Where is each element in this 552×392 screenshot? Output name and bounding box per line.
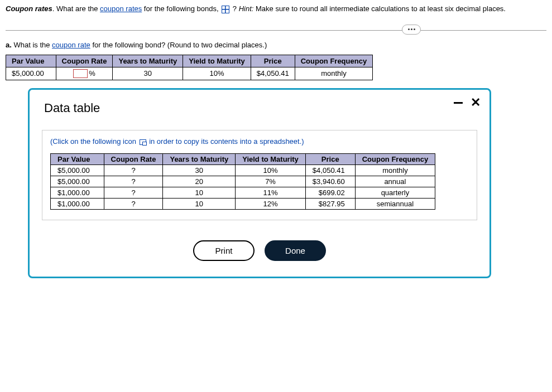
hint-label: Hint: — [239, 4, 254, 13]
dt-ytm: 11% — [236, 187, 306, 199]
dt-coupon: ? — [104, 176, 163, 187]
dt-th-par: Par Value — [51, 154, 104, 165]
dt-coupon: ? — [104, 199, 163, 210]
dt-years: 10 — [163, 187, 236, 199]
close-icon[interactable]: ✕ — [471, 96, 481, 109]
dt-years: 20 — [163, 176, 236, 187]
dt-par: $5,000.00 — [51, 165, 104, 176]
main-th-price: Price — [251, 55, 295, 67]
dt-years: 10 — [163, 199, 236, 210]
popup-title: Data table — [44, 101, 477, 115]
dt-price: $4,050.41 — [305, 165, 355, 176]
coupon-rate-input[interactable] — [73, 69, 88, 78]
table-row: $5,000.00 ? 20 7% $3,940.60 annual — [51, 176, 435, 187]
dt-th-price: Price — [305, 154, 355, 165]
intro-mid: for the following bonds, — [142, 4, 220, 13]
popup-instruction: (Click on the following icon in order to… — [50, 137, 469, 146]
main-th-coupon: Coupon Rate — [56, 55, 113, 67]
part-a-prompt: a. What is the coupon rate for the follo… — [6, 41, 546, 49]
table-row: $1,000.00 ? 10 11% $699.02 quarterly — [51, 187, 435, 199]
main-par: $5,000.00 — [6, 67, 56, 80]
popup-content: (Click on the following icon in order to… — [42, 130, 477, 220]
main-freq: monthly — [295, 67, 372, 80]
dt-coupon: ? — [104, 165, 163, 176]
hint-text: Make sure to round all intermediate calc… — [253, 4, 506, 13]
dt-years: 30 — [163, 165, 236, 176]
part-a-label: a. — [6, 41, 12, 49]
main-ytm: 10% — [183, 67, 251, 80]
part-a-prefix: What is the — [12, 41, 52, 49]
dt-ytm: 10% — [236, 165, 306, 176]
popup-instr-prefix: (Click on the following icon — [50, 137, 138, 146]
more-options-pill[interactable] — [402, 25, 421, 35]
dt-price: $3,940.60 — [305, 176, 355, 187]
coupon-rates-link[interactable]: coupon rates — [100, 4, 142, 13]
dt-freq: semiannual — [355, 199, 435, 210]
popup-instr-suffix: in order to copy its contents into a spr… — [147, 137, 304, 146]
main-th-ytm: Yield to Maturity — [183, 55, 251, 67]
dt-th-years: Years to Maturity — [163, 154, 236, 165]
coupon-rate-link[interactable]: coupon rate — [52, 41, 90, 49]
table-row: $1,000.00 ? 10 12% $827.95 semiannual — [51, 199, 435, 210]
main-coupon-cell: % — [56, 67, 113, 80]
table-row: $5,000.00 ? 30 10% $4,050.41 monthly — [51, 165, 435, 176]
dt-par: $5,000.00 — [51, 176, 104, 187]
data-table: Par Value Coupon Rate Years to Maturity … — [50, 153, 435, 210]
print-button[interactable]: Print — [193, 240, 255, 261]
intro-prefix: . What are the — [52, 4, 100, 13]
dt-freq: monthly — [355, 165, 435, 176]
dt-ytm: 7% — [236, 176, 306, 187]
question-intro: Coupon rates. What are the coupon rates … — [6, 4, 546, 13]
main-th-years: Years to Maturity — [113, 55, 183, 67]
done-button[interactable]: Done — [265, 240, 326, 261]
coupon-suffix: % — [89, 69, 95, 78]
minimize-icon[interactable] — [454, 102, 463, 104]
dt-th-ytm: Yield to Maturity — [236, 154, 306, 165]
section-divider — [6, 30, 546, 31]
main-th-freq: Coupon Frequency — [295, 55, 372, 67]
dt-coupon: ? — [104, 187, 163, 199]
main-th-par: Par Value — [6, 55, 56, 67]
dt-ytm: 12% — [236, 199, 306, 210]
dt-par: $1,000.00 — [51, 187, 104, 199]
intro-title: Coupon rates — [6, 4, 52, 13]
dt-freq: annual — [355, 176, 435, 187]
main-years: 30 — [113, 67, 183, 80]
dt-par: $1,000.00 — [51, 199, 104, 210]
main-table-row: $5,000.00 % 30 10% $4,050.41 monthly — [6, 67, 373, 80]
main-bond-table: Par Value Coupon Rate Years to Maturity … — [6, 55, 373, 81]
copy-icon[interactable] — [140, 139, 146, 145]
intro-qmark: ? — [233, 4, 237, 13]
dt-price: $827.95 — [305, 199, 355, 210]
dt-th-freq: Coupon Frequency — [355, 154, 435, 165]
data-table-popup: ✕ Data table (Click on the following ico… — [28, 88, 491, 278]
dt-th-coupon: Coupon Rate — [104, 154, 163, 165]
dt-price: $699.02 — [305, 187, 355, 199]
main-price: $4,050.41 — [251, 67, 295, 80]
spreadsheet-icon[interactable] — [222, 6, 229, 13]
dt-freq: quarterly — [355, 187, 435, 199]
part-a-suffix: for the following bond? (Round to two de… — [90, 41, 267, 49]
